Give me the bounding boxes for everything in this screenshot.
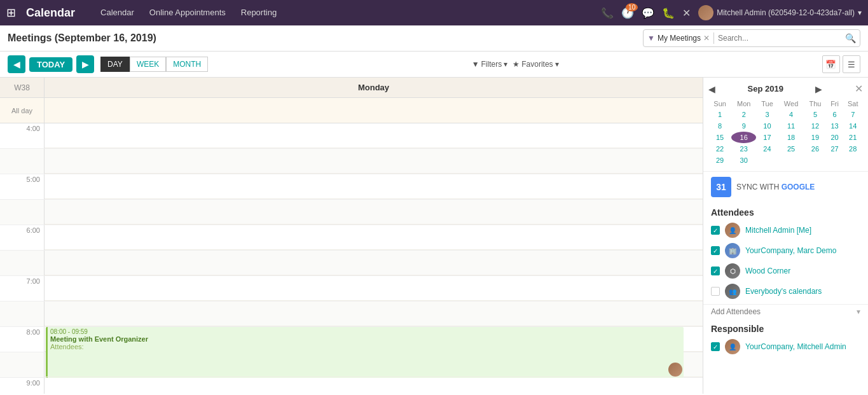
time-cell[interactable] bbox=[45, 174, 703, 199]
time-cell[interactable] bbox=[45, 123, 703, 148]
filter-tag[interactable]: ▼ My Meetings ✕ bbox=[644, 32, 714, 44]
time-row[interactable]: 6:00 bbox=[0, 225, 703, 251]
mini-cal-day[interactable]: 10 bbox=[756, 120, 778, 132]
day-view-btn[interactable]: DAY bbox=[100, 57, 130, 72]
time-cell[interactable] bbox=[45, 200, 703, 225]
nav-online-appointments[interactable]: Online Appointments bbox=[143, 0, 232, 25]
mini-cal-day[interactable]: 23 bbox=[731, 143, 756, 155]
phone-icon[interactable]: 📞 bbox=[601, 7, 614, 19]
mini-cal-day[interactable]: 1 bbox=[708, 109, 731, 120]
time-row[interactable]: 5:00 bbox=[0, 174, 703, 200]
time-row[interactable]: 9:00 bbox=[0, 378, 703, 394]
attendee-checkbox[interactable]: ✓ bbox=[711, 342, 720, 351]
week-view-btn[interactable]: WEEK bbox=[130, 57, 166, 72]
user-avatar bbox=[698, 5, 713, 20]
mini-cal-day[interactable]: 21 bbox=[843, 132, 863, 143]
time-cell[interactable] bbox=[45, 225, 703, 250]
time-row[interactable] bbox=[0, 200, 703, 225]
allday-content[interactable] bbox=[45, 98, 703, 123]
attendee-checkbox[interactable]: ✓ bbox=[711, 267, 720, 275]
time-cell[interactable] bbox=[45, 352, 703, 377]
next-arrow[interactable]: ▶ bbox=[76, 55, 94, 73]
mini-cal-day[interactable]: 2 bbox=[731, 109, 756, 120]
attendee-checkbox[interactable] bbox=[711, 287, 720, 296]
attendee-checkbox[interactable]: ✓ bbox=[711, 246, 720, 255]
list-icon-btn[interactable]: ☰ bbox=[843, 55, 860, 73]
mini-cal-day[interactable]: 30 bbox=[731, 155, 756, 166]
favorites-button[interactable]: ★ Favorites ▾ bbox=[513, 60, 558, 69]
mini-cal-day[interactable]: 13 bbox=[827, 120, 843, 132]
add-attendee-row[interactable]: ▾ bbox=[703, 304, 868, 319]
mini-cal-day[interactable]: 27 bbox=[827, 143, 843, 155]
user-menu[interactable]: Mitchell Admin (620549-12-0-423da7-all) … bbox=[698, 5, 862, 20]
chat-icon[interactable]: 💬 bbox=[642, 7, 654, 19]
mini-cal-day[interactable]: 6 bbox=[827, 109, 843, 120]
bug-icon[interactable]: 🐛 bbox=[662, 7, 675, 19]
time-row[interactable]: 8:00 08:00 - 09:59 Meeting with Event Or… bbox=[0, 327, 703, 352]
attendee-name[interactable]: Wood Corner bbox=[745, 267, 790, 275]
attendee-name[interactable]: YourCompany, Mitchell Admin bbox=[745, 342, 846, 351]
time-cell[interactable] bbox=[45, 149, 703, 174]
today-button[interactable]: TODAY bbox=[29, 57, 72, 72]
search-button[interactable]: 🔍 bbox=[841, 33, 860, 43]
time-cell[interactable] bbox=[45, 276, 703, 301]
time-cell[interactable]: 08:00 - 09:59 Meeting with Event Organiz… bbox=[45, 327, 703, 352]
time-row[interactable] bbox=[0, 352, 703, 378]
mini-cal-day[interactable]: 16 bbox=[731, 132, 756, 143]
apps-icon[interactable]: ⊞ bbox=[6, 6, 16, 20]
month-view-btn[interactable]: MONTH bbox=[166, 57, 208, 72]
filter-tag-close[interactable]: ✕ bbox=[703, 34, 710, 43]
time-label: 8:00 bbox=[0, 327, 45, 352]
add-attendee-dropdown-icon[interactable]: ▾ bbox=[857, 307, 860, 316]
mini-cal-day[interactable]: 22 bbox=[708, 143, 731, 155]
prev-arrow[interactable]: ◀ bbox=[8, 55, 25, 73]
attendee-checkbox[interactable]: ✓ bbox=[711, 226, 720, 235]
attendee-name[interactable]: Everybody's calendars bbox=[745, 287, 822, 296]
mini-cal-day[interactable]: 24 bbox=[756, 143, 778, 155]
attendee-avatar: 👤 bbox=[725, 223, 740, 238]
mini-cal-day[interactable]: 17 bbox=[756, 132, 778, 143]
mini-cal-day[interactable]: 25 bbox=[778, 143, 804, 155]
mini-cal-day[interactable]: 20 bbox=[827, 132, 843, 143]
mini-cal-day[interactable]: 19 bbox=[804, 132, 826, 143]
mini-cal-day[interactable]: 14 bbox=[843, 120, 863, 132]
mini-cal-day[interactable]: 11 bbox=[778, 120, 804, 132]
time-row[interactable] bbox=[0, 251, 703, 276]
mini-cal-day[interactable]: 28 bbox=[843, 143, 863, 155]
mini-cal-day[interactable]: 12 bbox=[804, 120, 826, 132]
mini-cal-day[interactable]: 5 bbox=[804, 109, 826, 120]
attendee-name[interactable]: Mitchell Admin [Me] bbox=[745, 226, 811, 235]
mini-cal-day[interactable]: 15 bbox=[708, 132, 731, 143]
time-cell[interactable] bbox=[45, 378, 703, 394]
close-icon[interactable]: ✕ bbox=[682, 7, 691, 19]
add-attendees-input[interactable] bbox=[711, 307, 851, 316]
mini-cal-day[interactable]: 3 bbox=[756, 109, 778, 120]
mini-cal-day[interactable]: 4 bbox=[778, 109, 804, 120]
time-row[interactable]: 4:00 bbox=[0, 123, 703, 149]
user-dropdown-icon[interactable]: ▾ bbox=[858, 8, 862, 17]
calendar-icon-btn[interactable]: 📅 bbox=[822, 55, 840, 73]
clock-icon[interactable]: 🕐 10 bbox=[621, 7, 634, 19]
nav-reporting[interactable]: Reporting bbox=[235, 0, 283, 25]
mini-cal-prev[interactable]: ◀ bbox=[708, 84, 715, 94]
cal-body-wrapper[interactable]: 4:005:006:007:008:00 08:00 - 09:59 Meeti… bbox=[0, 123, 703, 394]
time-cell[interactable] bbox=[45, 301, 703, 326]
sync-row[interactable]: 31 SYNC WITH GOOGLE bbox=[703, 171, 868, 202]
mini-cal-day[interactable]: 7 bbox=[843, 109, 863, 120]
attendee-name[interactable]: YourCompany, Marc Demo bbox=[745, 246, 836, 255]
time-cell[interactable] bbox=[45, 251, 703, 275]
search-input[interactable] bbox=[714, 32, 841, 44]
mini-cal-next[interactable]: ▶ bbox=[815, 84, 822, 94]
time-row[interactable] bbox=[0, 149, 703, 174]
mini-cal-close[interactable]: ✕ bbox=[855, 83, 863, 95]
nav-calendar[interactable]: Calendar bbox=[94, 0, 141, 25]
time-row[interactable] bbox=[0, 301, 703, 327]
mini-cal-day[interactable]: 8 bbox=[708, 120, 731, 132]
mini-cal-day[interactable]: 18 bbox=[778, 132, 804, 143]
mini-cal-day[interactable]: 26 bbox=[804, 143, 826, 155]
mini-cal-day-header: Fri bbox=[827, 99, 843, 109]
filters-button[interactable]: ▼ Filters ▾ bbox=[472, 60, 508, 69]
time-row[interactable]: 7:00 bbox=[0, 276, 703, 301]
mini-cal-day[interactable]: 29 bbox=[708, 155, 731, 166]
mini-cal-day[interactable]: 9 bbox=[731, 120, 756, 132]
